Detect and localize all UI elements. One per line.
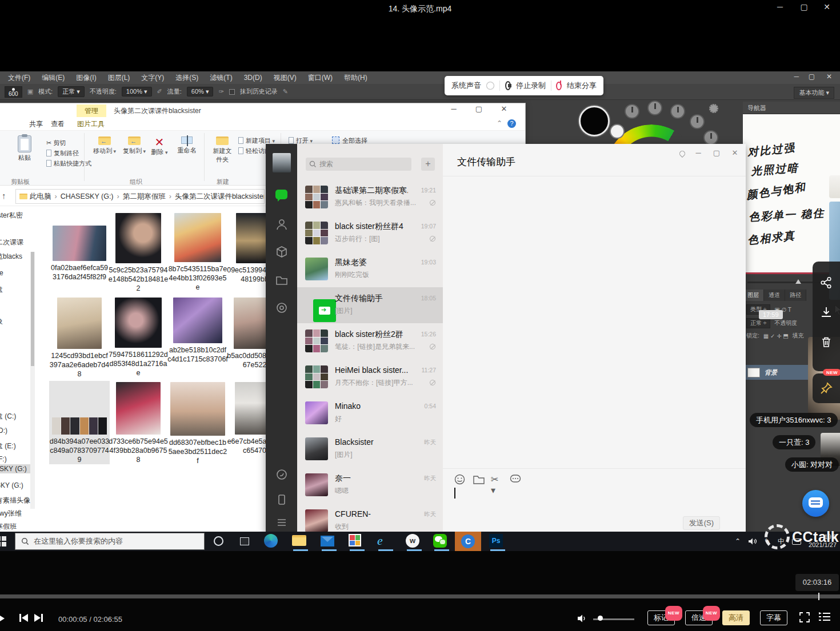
menu-type[interactable]: 文字(Y) xyxy=(141,73,164,83)
move-to-button[interactable]: 移动到 ▾ xyxy=(91,136,118,155)
file-item[interactable]: 0fa02baef6efca593176da2f45f82f9 xyxy=(49,213,110,282)
nav-item[interactable]: 寒假班 xyxy=(0,522,17,532)
add-button[interactable]: + xyxy=(421,158,435,171)
brush-icon[interactable]: ✎ xyxy=(283,88,288,95)
mark-button[interactable]: 标记NEW xyxy=(647,610,675,625)
delete-button[interactable]: ✕ 删除 ▾ xyxy=(149,136,170,156)
file-item[interactable]: d733ce6b75e94e54f39bb28a0b96758 xyxy=(108,382,169,464)
files-icon[interactable] xyxy=(275,274,288,287)
moments-icon[interactable] xyxy=(275,302,288,314)
history-checkbox[interactable] xyxy=(229,89,235,95)
seek-position-marker[interactable] xyxy=(818,593,819,600)
power-icon[interactable] xyxy=(556,82,562,90)
nav-item[interactable]: 盘 xyxy=(0,285,3,295)
taskbar-app-mail[interactable] xyxy=(321,534,337,549)
taskbar-app-calendar[interactable] xyxy=(349,534,365,549)
share-icon[interactable] xyxy=(820,276,833,289)
ps-close-icon[interactable]: ✕ xyxy=(826,73,832,81)
chat-item[interactable]: black sister粉丝群419:07 迈步前行：[图] xyxy=(297,215,443,251)
blend-mode-select[interactable]: 正常 ÷ xyxy=(746,318,770,328)
foreground-color-swatch[interactable] xyxy=(579,106,610,136)
chat-item[interactable]: 黑妹老婆19:03 刚刚吃完饭 xyxy=(297,251,443,287)
pushpin-icon[interactable] xyxy=(819,381,833,395)
task-view-icon[interactable] xyxy=(240,537,249,545)
tab-paths[interactable]: 路径 xyxy=(785,290,806,301)
chat-fab-button[interactable] xyxy=(802,490,829,517)
pin-icon[interactable] xyxy=(678,150,686,158)
menu-help[interactable]: 帮助(H) xyxy=(344,73,367,83)
new-folder-button[interactable]: 新建文件夹 xyxy=(210,136,235,164)
wechat-minimize-icon[interactable]: ─ xyxy=(692,148,705,157)
chat-item[interactable]: 基础课第二期寒假寒...19:21 惠风和畅：我明天看录播... xyxy=(297,179,443,215)
tab-picture-tools[interactable]: 图片工具 xyxy=(77,119,105,129)
menu-icon[interactable] xyxy=(275,516,288,529)
copy-path-button[interactable]: 复制路径 xyxy=(46,149,79,158)
taskbar-search-input[interactable]: 在这里输入你要搜索的内容 xyxy=(15,533,205,550)
lock-icons[interactable]: ▦ ✓ ✛ ⬒ xyxy=(763,333,789,339)
chat-item[interactable]: black sister粉丝2群15:26 笔徒.：[链接]是兄弟就来... xyxy=(297,323,443,359)
tab-view[interactable]: 查看 xyxy=(51,119,65,129)
navigator-panel-tab[interactable]: 导航器 xyxy=(743,102,840,114)
airbrush-icon[interactable]: ✑ xyxy=(218,88,223,95)
taskbar-app-cctalk-active[interactable]: C xyxy=(455,532,481,551)
ribbon-collapse-icon[interactable]: ⌃ xyxy=(497,119,502,127)
manage-tab[interactable]: 管理 xyxy=(77,105,106,117)
end-share-label[interactable]: 结束分享 xyxy=(567,81,597,91)
system-sound-toggle[interactable] xyxy=(486,82,494,90)
nav-item[interactable]: 二次课课 xyxy=(0,238,23,247)
file-item-selected[interactable]: d84b394a07ee033c849a07837097749 xyxy=(49,381,110,464)
nav-item[interactable]: (D:) xyxy=(0,427,7,435)
menu-edit[interactable]: 编辑(E) xyxy=(42,73,65,83)
favorites-icon[interactable] xyxy=(275,246,288,258)
taskbar-app-ie[interactable]: e xyxy=(377,534,393,549)
chat-item[interactable]: CFUREN-昨天 收到 xyxy=(297,503,443,534)
brush-knob-icon[interactable] xyxy=(670,104,685,119)
brush-size-picker[interactable]: 600 xyxy=(5,86,22,98)
stop-record-icon[interactable] xyxy=(505,81,511,90)
menu-file[interactable]: 文件(F) xyxy=(8,73,30,83)
seek-bar[interactable] xyxy=(0,594,840,598)
tab-channels[interactable]: 通道 xyxy=(764,290,785,301)
cortana-icon[interactable] xyxy=(214,536,223,546)
emoji-icon[interactable] xyxy=(454,474,466,485)
player-close-icon[interactable]: ✕ xyxy=(819,2,834,11)
file-item[interactable]: dd68307ebfbec1b5aee3bd2511dec2f xyxy=(167,382,228,465)
opacity-select[interactable]: 100% ▾ xyxy=(122,87,152,97)
volume-icon[interactable] xyxy=(577,614,587,623)
player-maximize-icon[interactable]: ▢ xyxy=(797,2,811,11)
mode-select[interactable]: 正常 ▾ xyxy=(58,86,85,97)
file-item[interactable]: ab2be518b10c2dfc4d1c1715c83706f xyxy=(167,298,228,364)
tab-layers[interactable]: 图层 xyxy=(743,290,764,301)
quality-button[interactable]: 高清 xyxy=(722,610,750,625)
nav-item[interactable]: 象 xyxy=(0,317,3,327)
wechat-close-icon[interactable]: ✕ xyxy=(729,148,741,157)
explorer-titlebar[interactable]: 管理 头像第二次课课件blacksister ─ ▢ ✕ xyxy=(0,103,525,117)
nav-item[interactable]: SKY (G:) xyxy=(0,481,23,489)
brush-knob-icon[interactable] xyxy=(690,114,705,129)
nav-item-selected[interactable]: ESKY (G:) xyxy=(0,464,30,473)
playlist-icon[interactable] xyxy=(818,612,831,622)
volume-tray-icon[interactable] xyxy=(748,537,757,545)
trash-icon[interactable] xyxy=(820,336,833,348)
taskbar-app-edge[interactable] xyxy=(264,534,280,549)
speed-button[interactable]: 倍速NEW xyxy=(685,610,713,625)
taskbar-app-w[interactable]: w xyxy=(406,534,422,549)
nav-item[interactable]: ister私密 xyxy=(0,211,23,220)
taskbar-app-explorer[interactable] xyxy=(292,534,308,549)
ps-maximize-icon[interactable]: ▢ xyxy=(809,73,815,81)
cut-button[interactable]: ✂ 剪切 xyxy=(46,139,66,147)
file-item[interactable]: 1245cd93bd1ebcf397aa2e6adeb7d48 xyxy=(49,298,110,379)
rename-button[interactable]: 重命名 xyxy=(172,136,202,155)
nav-item[interactable]: 盘 (C:) xyxy=(0,412,16,421)
taskbar-app-wechat[interactable] xyxy=(433,534,449,549)
link-icon[interactable] xyxy=(275,468,288,481)
nav-item[interactable]: zwy张维 xyxy=(0,509,22,519)
fullscreen-icon[interactable] xyxy=(799,612,810,623)
chat-item[interactable]: Blacksister昨天 [图片] xyxy=(297,431,443,467)
breadcrumb-this-pc[interactable]: 此电脑 xyxy=(30,192,61,202)
breadcrumb-folder[interactable]: 第二期寒假班 xyxy=(123,192,175,202)
contacts-icon[interactable] xyxy=(275,218,288,231)
background-color-swatch[interactable] xyxy=(610,124,625,139)
chat-item-selected[interactable]: 文件传输助手18:05 [图片] xyxy=(297,287,443,323)
download-icon[interactable] xyxy=(820,306,833,319)
